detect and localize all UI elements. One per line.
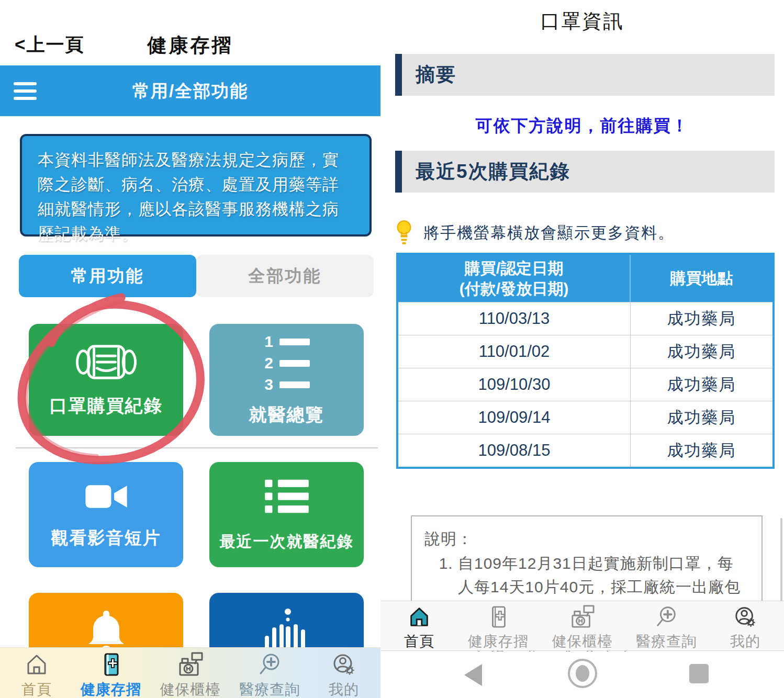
nav-item-home[interactable]: 首頁: [394, 605, 444, 651]
page-title: 健康存摺: [0, 32, 380, 59]
feature-button-watch-videos[interactable]: 觀看影音短片: [29, 462, 183, 567]
cell-place: 成功藥局: [631, 335, 772, 368]
feature-label: 最近一次就醫紀錄: [220, 531, 354, 553]
nav-label: 醫療查詢: [636, 632, 697, 651]
nav-item-my[interactable]: 我的: [720, 605, 770, 651]
person-gear-icon: [331, 652, 356, 677]
numbered-list-icon: 1 2 3: [264, 333, 310, 393]
section-header-summary: 摘要: [395, 54, 775, 96]
search-plus-icon: [654, 605, 678, 629]
nav-item-my[interactable]: 我的: [319, 652, 369, 698]
cell-date: 109/10/30: [398, 368, 631, 401]
nav-item-health-bank[interactable]: 健康存摺: [468, 605, 529, 651]
scrollbar[interactable]: [780, 518, 782, 603]
lightbulb-icon: [394, 219, 414, 247]
search-plus-icon: [257, 652, 282, 677]
nav-label: 健保櫃檯: [160, 680, 221, 698]
cell-place: 成功藥局: [631, 434, 772, 467]
android-recents-button[interactable]: [689, 664, 709, 683]
bottom-nav-right: 首頁 健康存摺: [380, 601, 784, 651]
nav-label: 首頁: [21, 680, 52, 698]
mask-icon: [75, 342, 137, 382]
purchase-records-table: 購買/認定日期 (付款/發放日期) 購買地點 110/03/13 成功藥局 11…: [396, 253, 775, 469]
divider: [16, 447, 378, 448]
table-header-row: 購買/認定日期 (付款/發放日期) 購買地點: [398, 255, 772, 302]
cell-date: 109/08/15: [398, 434, 631, 467]
disclaimer-notice: 本資料非醫師法及醫療法規定之病歷，實際之診斷、病名、治療、處置及用藥等詳細就醫情…: [20, 134, 372, 237]
nav-item-nhi-counter[interactable]: 健保櫃檯: [160, 652, 221, 698]
home-icon: [407, 605, 431, 629]
nav-label: 我的: [730, 632, 760, 651]
bullet-list-icon: [262, 477, 312, 516]
cell-place: 成功藥局: [631, 302, 772, 335]
android-back-button[interactable]: [464, 664, 482, 686]
book-plus-icon: [98, 652, 124, 677]
tip-row: 將手機螢幕橫放會顯示更多資料。: [394, 219, 675, 247]
bottom-nav-left: 首頁 健康存摺: [0, 647, 380, 698]
tab-common-functions[interactable]: 常用功能: [19, 255, 196, 297]
feature-label: 觀看影音短片: [51, 526, 161, 550]
digit: 1: [264, 333, 274, 351]
header-date-line1: 購買/認定日期: [465, 258, 563, 278]
cell-place: 成功藥局: [631, 368, 772, 401]
table-row: 110/01/02 成功藥局: [398, 335, 772, 368]
tab-all-functions[interactable]: 全部功能: [196, 255, 374, 297]
cell-place: 成功藥局: [631, 401, 772, 434]
counter-icon: [177, 652, 204, 677]
notes-title: 說明：: [424, 527, 749, 550]
table-header-place: 購買地點: [631, 255, 772, 302]
tip-text: 將手機螢幕橫放會顯示更多資料。: [423, 222, 675, 244]
table-row: 110/03/13 成功藥局: [398, 302, 772, 335]
table-row: 109/09/14 成功藥局: [398, 401, 772, 434]
feature-button-last-medical-record[interactable]: 最近一次就醫紀錄: [209, 462, 364, 567]
digit: 3: [264, 376, 274, 393]
buy-instructions-link[interactable]: 可依下方說明，前往購買！: [380, 115, 784, 138]
book-plus-icon: [486, 605, 510, 629]
table-row: 109/10/30 成功藥局: [398, 368, 772, 401]
cell-date: 110/03/13: [398, 302, 631, 335]
nav-label: 我的: [329, 680, 359, 698]
screenshot-root: <上一頁 健康存摺 常用/全部功能 本資料非醫師法及醫療法規定之病歷，實際之診斷…: [0, 0, 784, 698]
android-navbar: [380, 651, 784, 698]
mask-info-screen: 口罩資訊 摘要 可依下方說明，前往購買！ 最近5次購買紀錄 將手機螢幕橫放會顯示…: [380, 0, 784, 698]
person-gear-icon: [733, 605, 757, 629]
nav-item-home[interactable]: 首頁: [12, 652, 62, 698]
feature-label: 就醫總覽: [249, 403, 324, 427]
video-camera-icon: [80, 479, 132, 514]
nav-item-health-bank[interactable]: 健康存摺: [81, 652, 141, 698]
table-header-date: 購買/認定日期 (付款/發放日期): [398, 255, 631, 302]
nav-item-medical-query[interactable]: 醫療查詢: [636, 605, 697, 651]
counter-icon: [570, 605, 595, 629]
home-icon: [24, 652, 49, 677]
android-home-button[interactable]: [568, 659, 597, 688]
nav-item-nhi-counter[interactable]: 健保櫃檯: [552, 605, 613, 651]
menu-header: 常用/全部功能: [0, 65, 380, 116]
digit: 2: [264, 354, 274, 372]
page-title-mask-info: 口罩資訊: [380, 8, 784, 35]
function-tabs: 常用功能 全部功能: [19, 255, 374, 297]
table-row: 109/08/15 成功藥局: [398, 434, 772, 467]
feature-button-mask-purchase-records[interactable]: 口罩購買紀錄: [29, 324, 183, 436]
cell-date: 109/09/14: [398, 401, 631, 434]
nav-label: 健康存摺: [81, 680, 141, 698]
nav-label: 健保櫃檯: [552, 632, 613, 651]
header-date-line2: (付款/發放日期): [460, 278, 568, 299]
menu-title: 常用/全部功能: [0, 65, 380, 116]
nav-label: 健康存摺: [468, 632, 529, 651]
nav-item-medical-query[interactable]: 醫療查詢: [239, 652, 300, 698]
cell-date: 110/01/02: [398, 335, 631, 368]
feature-label: 口罩購買紀錄: [50, 394, 163, 418]
health-bank-screen: <上一頁 健康存摺 常用/全部功能 本資料非醫師法及醫療法規定之病歷，實際之診斷…: [0, 0, 380, 698]
nav-label: 醫療查詢: [239, 680, 300, 698]
hamburger-menu-icon[interactable]: [14, 82, 37, 100]
section-header-recent-purchases: 最近5次購買紀錄: [395, 151, 775, 193]
feature-button-medical-overview[interactable]: 1 2 3 就醫總覽: [209, 324, 364, 436]
nav-label: 首頁: [404, 632, 434, 651]
